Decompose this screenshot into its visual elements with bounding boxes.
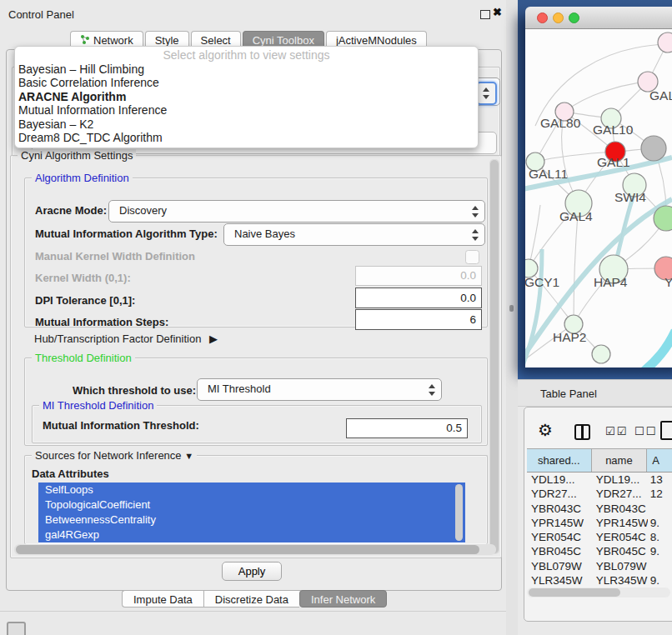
attributes-scrollbar-thumb[interactable] — [455, 484, 463, 541]
settings-scrollbar-thumb[interactable] — [490, 160, 499, 553]
mi-steps-field[interactable]: 6 — [355, 309, 482, 330]
label-gal: GAL — [649, 88, 672, 102]
table-panel-window: ⚙ ☑☑ ☐☐ shared... name A YDL19...YDL19..… — [524, 407, 672, 622]
algorithm-dropdown: Select algorithm to view settings Bayesi… — [14, 46, 479, 148]
float-window-icon[interactable] — [480, 10, 490, 19]
column-header-shared-name[interactable]: shared... — [527, 449, 592, 472]
sources-collapse-icon[interactable]: ▼ — [184, 451, 193, 461]
divider-grip[interactable] — [509, 305, 514, 312]
table-panel-title: Table Panel — [518, 379, 672, 407]
hub-definition-toggle[interactable]: Hub/Transcription Factor Definition ▶ — [34, 332, 218, 345]
zoom-traffic-light[interactable] — [569, 12, 579, 23]
label-gal10: GAL10 — [593, 122, 634, 137]
which-threshold-value: MI Threshold — [208, 379, 271, 399]
network-strong-edges — [525, 158, 672, 368]
mi-algorithm-type-label: Mutual Information Algorithm Type: — [35, 223, 218, 244]
mi-threshold-field[interactable]: 0.5 — [346, 418, 468, 438]
data-attributes-label: Data Attributes — [32, 468, 109, 480]
settings-hscrollbar[interactable] — [14, 544, 496, 555]
mi-algorithm-type-combo[interactable]: Naive Bayes — [223, 223, 485, 246]
mi-threshold-label: Mutual Information Threshold: — [43, 416, 199, 436]
label-gal1: GAL1 — [597, 155, 630, 169]
table-hscrollbar[interactable] — [527, 588, 670, 598]
column-header-partial[interactable]: A — [647, 449, 672, 472]
network-labels: GAL GAL80 GAL10 GAL1 GAL11 GAL4 SWI4 GCY… — [525, 88, 672, 344]
columns-icon[interactable] — [574, 424, 590, 440]
tab-infer-network[interactable]: Infer Network — [299, 590, 387, 608]
gear-icon[interactable]: ⚙ — [538, 420, 553, 440]
manual-kernel-width-label: Manual Kernel Width Definition — [35, 248, 195, 265]
sources-group-title: Sources for Network Inference ▼ — [32, 449, 197, 462]
network-nodes — [525, 32, 672, 363]
dropdown-item-mutual-information[interactable]: Mutual Information Inference — [15, 103, 478, 117]
label-y-partial: Y — [664, 275, 672, 289]
function-builder-icon[interactable] — [660, 421, 672, 440]
attribute-topologicalcoefficient[interactable]: TopologicalCoefficient — [38, 498, 465, 512]
sources-group: Sources for Network Inference ▼ Data Att… — [24, 455, 488, 544]
label-gal11: GAL11 — [529, 167, 568, 181]
attribute-selfloops[interactable]: SelfLoops — [38, 482, 465, 498]
dropdown-item-bayesian-k2[interactable]: Bayesian – K2 — [15, 118, 478, 131]
label-hap2: HAP2 — [553, 330, 587, 344]
minimize-traffic-light[interactable] — [553, 12, 564, 23]
which-threshold-combo[interactable]: MI Threshold — [197, 378, 442, 401]
apply-button[interactable]: Apply — [222, 562, 282, 581]
hub-definition-label: Hub/Transcription Factor Definition — [34, 332, 201, 345]
table-panel: Table Panel ⚙ ☑☑ ☐☐ shared... name A YDL… — [518, 379, 672, 635]
node-gray[interactable] — [641, 136, 666, 161]
docked-panel-icon[interactable] — [7, 622, 26, 635]
threshold-definition-title: Threshold Definition — [32, 352, 135, 364]
close-traffic-light[interactable] — [537, 12, 548, 23]
dropdown-item-dream8[interactable]: Dream8 DC_TDC Algorithm — [15, 131, 478, 144]
dropdown-item-aracne[interactable]: ARACNE Algorithm — [15, 90, 478, 103]
mi-threshold-group-title: MI Threshold Definition — [39, 399, 157, 412]
table-row[interactable]: YBR043CYBR043C — [527, 502, 672, 516]
algorithm-definition-title: Algorithm Definition — [32, 172, 133, 184]
table-row[interactable]: YDR27...YDR27...12 — [527, 487, 672, 501]
dpi-tolerance-label: DPI Tolerance [0,1]: — [35, 290, 135, 311]
tab-discretize-data[interactable]: Discretize Data — [203, 590, 299, 608]
label-gcy1: GCY1 — [525, 275, 559, 289]
settings-scrollbar[interactable] — [489, 159, 499, 554]
data-attributes-list: SelfLoops TopologicalCoefficient Between… — [38, 482, 465, 544]
deselect-all-checks-icon[interactable]: ☐☐ — [634, 425, 657, 438]
node-cut-top[interactable] — [658, 32, 672, 52]
control-panel-title: Control Panel — [8, 8, 74, 21]
close-icon[interactable]: ✖ — [493, 6, 502, 18]
table-hscrollbar-thumb[interactable] — [529, 588, 620, 597]
panel-divider[interactable] — [506, 0, 518, 635]
network-graph: GAL GAL80 GAL10 GAL1 GAL11 GAL4 SWI4 GCY… — [525, 29, 672, 368]
manual-kernel-width-checkbox[interactable] — [465, 250, 479, 264]
aracne-mode-label: Aracne Mode: — [35, 200, 107, 221]
table-row[interactable]: YLR345WYLR345W9. — [527, 573, 672, 588]
label-gal4: GAL4 — [559, 209, 593, 223]
kernel-width-field[interactable]: 0.0 — [355, 266, 482, 286]
settings-hscrollbar-thumb[interactable] — [16, 545, 479, 554]
table-header-row: shared... name A — [527, 448, 672, 472]
dropdown-item-basic-correlation[interactable]: Basic Correlation Inference — [15, 76, 478, 89]
aracne-mode-combo[interactable]: Discovery — [108, 200, 485, 222]
table-rows: YDL19...YDL19...13 YDR27...YDR27...12 YB… — [527, 472, 672, 588]
tab-impute-data[interactable]: Impute Data — [122, 590, 203, 608]
table-row[interactable]: YDL19...YDL19...13 — [527, 472, 672, 487]
settings-group-title: Cyni Algorithm Settings — [18, 149, 136, 162]
node-cut-bottom[interactable] — [592, 345, 610, 363]
combo-stepper-focused[interactable] — [476, 82, 497, 105]
network-window-titlebar[interactable] — [525, 7, 672, 29]
mi-threshold-group: MI Threshold Definition Mutual Informati… — [32, 405, 482, 443]
table-row[interactable]: YER054CYER054C8. — [527, 530, 672, 544]
dpi-tolerance-field[interactable]: 0.0 — [355, 288, 482, 308]
attribute-betweennesscentrality[interactable]: BetweennessCentrality — [38, 512, 465, 528]
table-row[interactable]: YPR145WYPR145W9. — [527, 516, 672, 530]
table-row[interactable]: YBL079WYBL079W — [527, 559, 672, 573]
column-header-name[interactable]: name — [592, 449, 648, 472]
table-row[interactable]: YBR045CYBR045C9. — [527, 544, 672, 558]
dropdown-item-bayesian-hill[interactable]: Bayesian – Hill Climbing — [15, 62, 478, 76]
algorithm-definition-group: Algorithm Definition Aracne Mode: Discov… — [24, 178, 488, 328]
network-tab-icon — [80, 34, 90, 47]
select-all-checks-icon[interactable]: ☑☑ — [605, 425, 628, 438]
attribute-gal4rgexp[interactable]: gal4RGexp — [38, 528, 465, 542]
control-panel: Control Panel ✖ Network Style Select Cyn… — [0, 0, 506, 612]
hub-expand-icon[interactable]: ▶ — [209, 332, 218, 345]
network-canvas[interactable]: GAL GAL80 GAL10 GAL1 GAL11 GAL4 SWI4 GCY… — [525, 29, 672, 368]
